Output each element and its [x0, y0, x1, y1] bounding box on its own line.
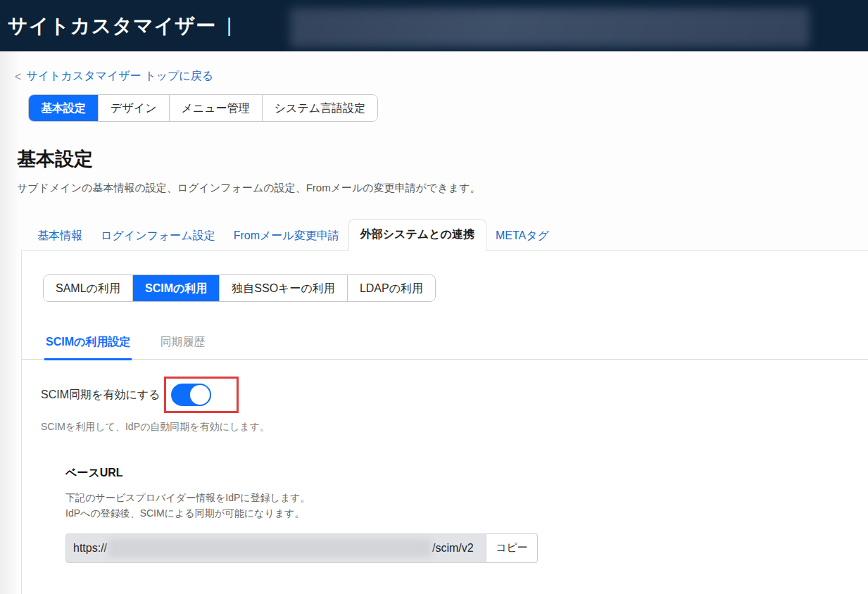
- base-url-help-line2: IdPへの登録後、SCIMによる同期が可能になります。: [65, 505, 868, 521]
- app-title: サイトカスタマイザー: [8, 13, 216, 39]
- tab-from-mail-request[interactable]: Fromメール変更申請: [225, 222, 348, 250]
- screen: サイトカスタマイザー | < サイトカスタマイザー トップに戻る 基本設定 デザ…: [0, 0, 868, 594]
- title-separator: |: [227, 15, 232, 37]
- base-url-help-line1: 下記のサービスプロバイダー情報をIdPに登録します。: [65, 490, 868, 505]
- scim-toggle-row: SCIM同期を有効にする: [41, 377, 868, 413]
- tab-scim-usage-settings[interactable]: SCIMの利用設定: [44, 328, 132, 360]
- redacted-subdomain-text: [290, 8, 810, 47]
- base-url-section: ベースURL 下記のサービスプロバイダー情報をIdPに登録します。 IdPへの登…: [65, 466, 868, 594]
- scim-tab-bar: SCIMの利用設定 同期履歴: [22, 328, 868, 360]
- copy-button[interactable]: コピー: [486, 533, 538, 563]
- button-ldap[interactable]: LDAPの利用: [347, 275, 435, 301]
- main-tab-group: 基本設定 デザイン メニュー管理 システム言語設定: [28, 94, 378, 122]
- chevron-left-icon: <: [15, 69, 21, 84]
- scim-toggle-help: SCIMを利用して、IdPの自動同期を有効にします。: [41, 421, 868, 434]
- base-url-row: https:// /scim/v2 コピー: [65, 533, 868, 563]
- base-url-heading: ベースURL: [65, 466, 868, 481]
- section-tab-area: 基本情報 ログインフォーム設定 Fromメール変更申請 外部システムとの連携 M…: [21, 219, 868, 594]
- button-original-sso-key[interactable]: 独自SSOキーの利用: [219, 275, 347, 301]
- button-saml[interactable]: SAMLの利用: [44, 275, 132, 301]
- tab-basic-info[interactable]: 基本情報: [28, 222, 92, 250]
- scim-enable-toggle[interactable]: [171, 384, 211, 406]
- toggle-knob: [190, 385, 210, 405]
- tab-sync-history[interactable]: 同期履歴: [158, 328, 206, 359]
- tab-design[interactable]: デザイン: [98, 95, 169, 121]
- sso-method-group: SAMLの利用 SCIMの利用 独自SSOキーの利用 LDAPの利用: [43, 274, 436, 302]
- tab-login-form-settings[interactable]: ログインフォーム設定: [92, 222, 225, 250]
- section-tabs: 基本情報 ログインフォーム設定 Fromメール変更申請 外部システムとの連携 M…: [21, 219, 868, 250]
- external-integration-panel: SAMLの利用 SCIMの利用 独自SSOキーの利用 LDAPの利用 SCIMの…: [21, 250, 868, 594]
- redacted-url-text: [108, 539, 431, 557]
- tab-meta-tag[interactable]: METAタグ: [486, 222, 558, 250]
- tab-external-system-integration[interactable]: 外部システムとの連携: [348, 219, 486, 251]
- tab-menu-management[interactable]: メニュー管理: [169, 95, 262, 121]
- scim-toggle-label: SCIM同期を有効にする: [41, 388, 161, 403]
- breadcrumb: < サイトカスタマイザー トップに戻る: [15, 69, 868, 84]
- tab-system-language[interactable]: システム言語設定: [262, 95, 378, 121]
- base-url-field[interactable]: https:// /scim/v2: [65, 533, 486, 563]
- left-edge-shade: [0, 51, 20, 594]
- app-header: サイトカスタマイザー |: [0, 0, 868, 51]
- page-description: サブドメインの基本情報の設定、ログインフォームの設定、Fromメールの変更申請が…: [17, 182, 868, 195]
- tab-basic-settings[interactable]: 基本設定: [29, 95, 98, 121]
- page-title: 基本設定: [17, 146, 868, 172]
- annotation-highlight-box: [164, 377, 239, 413]
- base-url-prefix: https://: [73, 542, 107, 555]
- base-url-help: 下記のサービスプロバイダー情報をIdPに登録します。 IdPへの登録後、SCIM…: [65, 490, 868, 522]
- base-url-suffix: /scim/v2: [432, 542, 474, 555]
- button-scim[interactable]: SCIMの利用: [132, 275, 219, 301]
- back-to-top-link[interactable]: サイトカスタマイザー トップに戻る: [26, 69, 213, 84]
